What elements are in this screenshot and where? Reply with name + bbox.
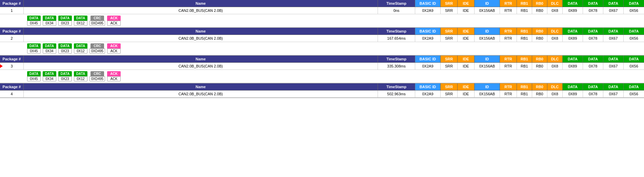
header-cell: DATA bbox=[624, 83, 644, 90]
data-cell: 0X78 bbox=[583, 91, 603, 97]
header-cell: DATA bbox=[563, 56, 583, 62]
header-cell: DATA bbox=[563, 0, 583, 7]
data-cell: IDE bbox=[458, 7, 475, 14]
header-cell: DATA bbox=[583, 0, 603, 7]
data-cell: SRR bbox=[441, 91, 458, 97]
header-cell: Name bbox=[24, 28, 378, 35]
data-cell: 0X156AB bbox=[475, 91, 500, 97]
packet-block: Package #NameTimeStampBASIC IDSRRIDEIDRT… bbox=[0, 56, 644, 83]
detail-chip: DATA0X34 bbox=[43, 16, 56, 26]
header-cell: RTR bbox=[500, 0, 517, 7]
table-header: Package #NameTimeStampBASIC IDSRRIDEIDRT… bbox=[0, 28, 644, 35]
table-header: Package #NameTimeStampBASIC IDSRRIDEIDRT… bbox=[0, 0, 644, 7]
header-cell: RB0 bbox=[532, 28, 547, 35]
data-cell: 0X8 bbox=[547, 35, 563, 42]
chip-label: DATA bbox=[74, 16, 87, 21]
chip-label: DATA bbox=[27, 16, 41, 21]
header-cell: Package # bbox=[0, 83, 24, 90]
header-cell: BASIC ID bbox=[415, 0, 441, 7]
header-cell: DATA bbox=[624, 0, 644, 7]
header-cell: Name bbox=[24, 0, 378, 7]
detail-row: DATA0X45DATA0X34DATA0X23DATA0X12CRC0XD49… bbox=[0, 42, 644, 55]
header-cell: ID bbox=[475, 28, 500, 35]
chip-label: ACK bbox=[107, 43, 121, 48]
table-row[interactable]: 2CAN2.0B_BUS(CAN 2.0B)167.654ms0X2A9SRRI… bbox=[0, 35, 644, 42]
data-cell: 0X67 bbox=[603, 91, 624, 97]
detail-chip: DATA0X23 bbox=[58, 16, 72, 26]
header-cell: IDE bbox=[458, 0, 475, 7]
detail-chip: DATA0X45 bbox=[27, 71, 41, 81]
data-cell: 0X2A9 bbox=[415, 91, 441, 97]
header-cell: RB0 bbox=[532, 0, 547, 7]
header-cell: Name bbox=[24, 83, 378, 90]
data-cell: RB1 bbox=[517, 91, 532, 97]
pkg-cell: 3 bbox=[0, 63, 24, 70]
data-cell: 0X78 bbox=[583, 63, 603, 70]
header-cell: DATA bbox=[583, 83, 603, 90]
data-cell: IDE bbox=[458, 63, 475, 70]
table-header: Package #NameTimeStampBASIC IDSRRIDEIDRT… bbox=[0, 56, 644, 63]
detail-chip: DATA0X45 bbox=[27, 43, 41, 54]
chip-value: 0X34 bbox=[43, 76, 56, 81]
packet-block: Package #NameTimeStampBASIC IDSRRIDEIDRT… bbox=[0, 83, 644, 98]
detail-chip: DATA0X23 bbox=[58, 43, 72, 54]
table-row[interactable]: 1CAN2.0B_BUS(CAN 2.0B)0ns0X2A9SRRIDE0X15… bbox=[0, 7, 644, 14]
chip-label: DATA bbox=[58, 16, 72, 21]
chip-value: 0X12 bbox=[74, 21, 87, 26]
detail-chip: DATA0X12 bbox=[74, 43, 87, 54]
table-row[interactable]: 3CAN2.0B_BUS(CAN 2.0B)335.308ms0X2A9SRRI… bbox=[0, 63, 644, 70]
header-cell: RTR bbox=[500, 83, 517, 90]
header-cell: RB0 bbox=[532, 56, 547, 62]
data-cell: IDE bbox=[458, 35, 475, 42]
chip-label: DATA bbox=[58, 43, 72, 48]
header-cell: RB1 bbox=[517, 0, 532, 7]
detail-chips: DATA0X45DATA0X34DATA0X23DATA0X12CRC0XD49… bbox=[27, 16, 121, 26]
header-cell: TimeStamp bbox=[378, 28, 415, 35]
header-cell: DATA bbox=[603, 56, 624, 62]
header-cell: DATA bbox=[583, 56, 603, 62]
detail-chips: DATA0X45DATA0X34DATA0X23DATA0X12CRC0XD49… bbox=[27, 43, 121, 54]
header-cell: RB0 bbox=[532, 83, 547, 90]
table-row[interactable]: 4CAN2.0B_BUS(CAN 2.0B)502.963ms0X2A9SRRI… bbox=[0, 91, 644, 98]
detail-chip: ACKACK bbox=[107, 43, 121, 54]
header-cell: TimeStamp bbox=[378, 0, 415, 7]
data-cell: RTR bbox=[500, 91, 517, 97]
header-cell: BASIC ID bbox=[415, 83, 441, 90]
chip-label: DATA bbox=[27, 71, 41, 76]
data-cell: 0X67 bbox=[603, 7, 624, 14]
chip-value: 0XD495 bbox=[89, 48, 105, 54]
chip-label: DATA bbox=[43, 16, 56, 21]
header-cell: RB1 bbox=[517, 83, 532, 90]
row-marker bbox=[0, 64, 3, 68]
header-cell: SRR bbox=[441, 56, 458, 62]
detail-chip: CRC0XD495 bbox=[89, 43, 105, 54]
can-bus-table: Package #NameTimeStampBASIC IDSRRIDEIDRT… bbox=[0, 0, 644, 98]
data-cell: 167.654ms bbox=[378, 35, 415, 42]
header-cell: Name bbox=[24, 56, 378, 62]
chip-label: ACK bbox=[107, 71, 121, 76]
chip-value: 0X23 bbox=[58, 76, 72, 81]
data-cell: 335.308ms bbox=[378, 63, 415, 70]
chip-label: CRC bbox=[90, 71, 104, 76]
data-cell: SRR bbox=[441, 63, 458, 70]
data-cell: CAN2.0B_BUS(CAN 2.0B) bbox=[24, 63, 378, 70]
header-cell: IDE bbox=[458, 83, 475, 90]
header-cell: Package # bbox=[0, 28, 24, 35]
chip-value: 0X12 bbox=[74, 76, 87, 81]
data-cell: 0X89 bbox=[563, 7, 583, 14]
detail-row: DATA0X45DATA0X34DATA0X23DATA0X12CRC0XD49… bbox=[0, 70, 644, 83]
detail-chip: DATA0X12 bbox=[74, 16, 87, 26]
detail-chips: DATA0X45DATA0X34DATA0X23DATA0X12CRC0XD49… bbox=[27, 71, 121, 81]
header-cell: TimeStamp bbox=[378, 56, 415, 62]
data-cell: RB1 bbox=[517, 7, 532, 14]
data-cell: 0X56 bbox=[624, 35, 644, 42]
chip-label: DATA bbox=[43, 71, 56, 76]
data-cell: 0X78 bbox=[583, 7, 603, 14]
chip-value: 0X45 bbox=[27, 21, 41, 26]
chip-value: 0X45 bbox=[27, 48, 41, 54]
detail-row: DATA0X45DATA0X34DATA0X23DATA0X12CRC0XD49… bbox=[0, 14, 644, 27]
chip-label: DATA bbox=[58, 71, 72, 76]
detail-chip: DATA0X12 bbox=[74, 71, 87, 81]
chip-label: DATA bbox=[74, 71, 87, 76]
header-cell: SRR bbox=[441, 28, 458, 35]
